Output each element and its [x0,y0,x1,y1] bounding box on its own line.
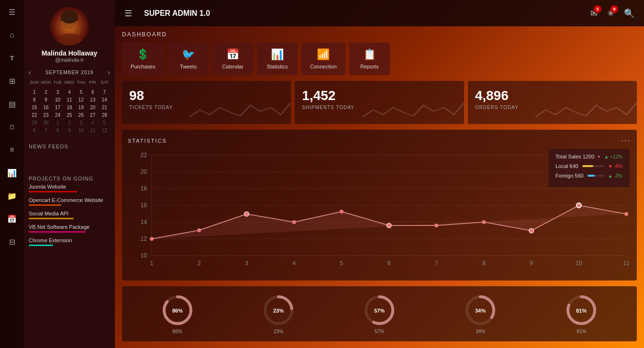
svg-point-23 [292,220,296,224]
calendar-day[interactable]: 23 [40,112,51,119]
calendar-day[interactable]: 29 [29,119,40,126]
project-name: Joomla Website [29,184,110,190]
calendar-day[interactable]: 8 [29,96,40,103]
calendar-day[interactable]: 4 [64,89,75,96]
calendar-day[interactable]: 17 [52,104,63,111]
project-item[interactable]: Social Media API [29,211,110,219]
calendar-day[interactable]: 8 [52,127,63,134]
calendar-day[interactable]: 12 [76,96,87,103]
user-handle: @malinda-h [55,57,83,63]
calendar-day[interactable]: 15 [29,104,40,111]
calendar-day[interactable]: 22 [29,112,40,119]
projects-title: PROJECTS ON GOING [29,176,93,181]
purchases-icon: 💲 [136,48,149,61]
calendar-day[interactable]: 5 [76,89,87,96]
calendar-day[interactable]: 10 [76,127,87,134]
stat-sparkline-shipments [363,98,464,124]
calendar-prev[interactable]: ‹ [29,68,31,76]
project-item[interactable]: VB.Net Software Package [29,224,110,233]
svg-point-28 [529,228,534,233]
quick-link-tweets[interactable]: 🐦 Tweets [168,43,209,75]
calendar-day[interactable]: 2 [64,119,75,126]
project-item[interactable]: Opencart E-Commerce Website [29,197,110,206]
legend-bar [598,156,600,157]
calendar-day[interactable]: 9 [64,127,75,134]
quick-link-statistics[interactable]: 📊 Statistics [257,43,298,75]
calendar-day[interactable]: 1 [52,119,63,126]
calendar-day[interactable]: 25 [64,112,75,119]
calendar-day[interactable]: 6 [87,89,98,96]
calendar-day[interactable]: 7 [99,89,110,96]
sidebar-home-icon[interactable]: ⌂ [5,28,19,42]
calendar-day[interactable]: 4 [87,119,98,126]
notifications-icon[interactable]: ✳ 9 [607,8,614,19]
gauge-value-gauge2: 23% [273,308,284,314]
calendar: ‹ SEPTEMBER 2019 › SUNMONTUEWEDTHUFRISAT… [29,68,110,134]
calendar-day[interactable]: 30 [40,119,51,126]
quick-link-connection[interactable]: 📶 Connection [301,43,345,75]
search-icon[interactable]: 🔍 [624,8,634,19]
projects-list: Joomla Website Opencart E-Commerce Websi… [29,184,110,251]
sidebar-chart-icon[interactable]: 📊 [5,166,19,180]
calendar-day[interactable]: 27 [87,112,98,119]
svg-point-20 [150,237,154,241]
sidebar-calendar-icon[interactable]: 📅 [5,212,19,226]
sidebar-type-icon[interactable]: T [5,51,19,65]
gauge-value-gauge4: 34% [475,308,486,314]
dashboard-title: DASHBOARD [122,31,637,38]
quick-link-purchases[interactable]: 💲 Purchases [122,43,164,75]
project-item[interactable]: Joomla Website [29,184,110,192]
project-name: Social Media API [29,211,110,216]
gauge-svg-gauge3: 57% [363,293,396,327]
more-options-btn[interactable]: ··· [621,135,631,146]
calendar-day[interactable]: 9 [40,96,51,103]
sidebar-list-icon[interactable]: ≡ [5,143,19,157]
calendar-day[interactable]: 5 [99,119,110,126]
calendar-icon: 📅 [226,48,239,61]
sidebar-hamburger-icon[interactable]: ☰ [5,5,19,19]
legend-item: Total Sales 1200 ▲ +12% [555,154,622,159]
sidebar-grid2-icon[interactable]: ⊟ [5,235,19,249]
gauge-row: 86% 86% 23% 23% 57% 57% 34% [122,286,637,341]
calendar-day[interactable]: 28 [99,112,110,119]
calendar-day[interactable]: 11 [87,127,98,134]
calendar-header: ‹ SEPTEMBER 2019 › [29,68,110,76]
calendar-day[interactable]: 3 [76,119,87,126]
calendar-day[interactable]: 3 [52,89,63,96]
calendar-day[interactable]: 12 [99,127,110,134]
svg-text:8: 8 [482,260,486,267]
quick-link-reports[interactable]: 📋 Reports [349,43,390,75]
calendar-day[interactable]: 10 [52,96,63,103]
calendar-day[interactable]: 6 [29,127,40,134]
calendar-day[interactable]: 11 [64,96,75,103]
calendar-day[interactable]: 7 [40,127,51,134]
project-item[interactable]: Chrome Extension [29,237,110,246]
calendar-day[interactable]: 1 [29,89,40,96]
sidebar-folder-icon[interactable]: 📁 [5,189,19,203]
app-title: SUPER ADMIN 1.0 [144,9,581,18]
menu-toggle[interactable]: ☰ [124,8,132,19]
calendar-day-name: SUN [29,79,40,86]
calendar-day[interactable]: 16 [40,104,51,111]
quick-link-calendar[interactable]: 📅 Calendar [212,43,253,75]
calendar-day [87,86,98,88]
sidebar-table-icon[interactable]: ▤ [5,97,19,111]
calendar-next[interactable]: › [108,68,110,76]
calendar-day[interactable]: 20 [87,104,98,111]
sidebar-grid-icon[interactable]: ⊞ [5,74,19,88]
sidebar-doc-icon[interactable]: 🗋 [5,120,19,134]
calendar-day [64,86,75,88]
gauge-value-gauge3: 57% [374,308,385,314]
gauge-label-gauge1: 86% [173,329,182,334]
reports-icon: 📋 [363,48,376,61]
calendar-day[interactable]: 26 [76,112,87,119]
svg-text:12: 12 [141,236,147,242]
calendar-day[interactable]: 13 [87,96,98,103]
calendar-day[interactable]: 19 [76,104,87,111]
calendar-day[interactable]: 24 [52,112,63,119]
calendar-day[interactable]: 21 [99,104,110,111]
email-icon[interactable]: ✉ 5 [590,8,598,19]
calendar-day[interactable]: 18 [64,104,75,111]
calendar-day[interactable]: 14 [99,96,110,103]
calendar-day[interactable]: 2 [40,89,51,96]
